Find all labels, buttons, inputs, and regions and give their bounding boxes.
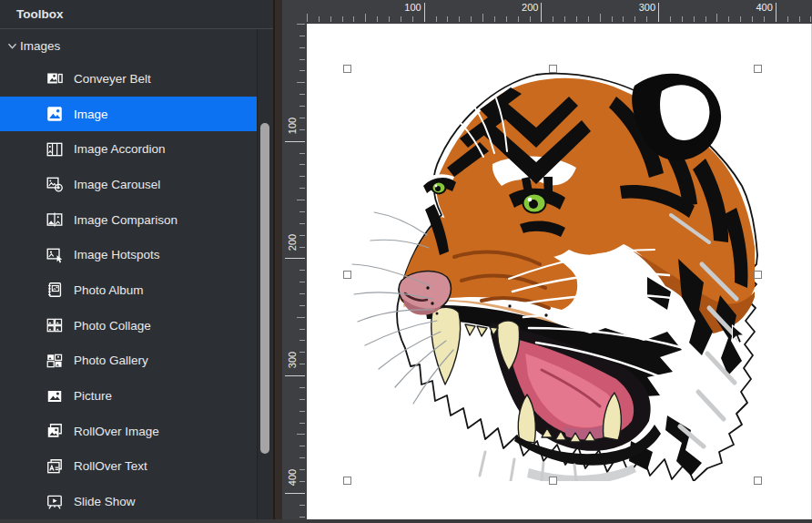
image-comparison-icon: [46, 210, 64, 229]
photo-collage-icon: [46, 316, 64, 334]
image-hotspots-icon: [46, 246, 64, 264]
toolbox-item[interactable]: Slide Show: [0, 484, 258, 519]
selection-handle-top-left[interactable]: [343, 65, 351, 73]
photo-album-icon: [46, 281, 64, 299]
toolbox-item[interactable]: Photo Gallery: [0, 344, 258, 379]
toolbox-item[interactable]: Image: [0, 97, 258, 132]
app-window: Toolbox Images Conveyer Belt Image Image…: [0, 0, 812, 523]
scrollbar-thumb[interactable]: [260, 123, 269, 454]
toolbox-item[interactable]: Image Comparison: [0, 202, 258, 238]
photo-gallery-icon: [46, 352, 64, 370]
image-icon: [46, 105, 64, 123]
picture-icon: [46, 387, 64, 405]
tiger-image[interactable]: [347, 69, 758, 481]
selection-handle-middle-left[interactable]: [343, 271, 351, 279]
ruler-horizontal: 100200300400: [282, 0, 812, 24]
toolbox-item[interactable]: Image Accordion: [0, 131, 258, 167]
conveyer-belt-icon: [46, 69, 64, 87]
ruler-vertical: 100200300400: [282, 24, 307, 523]
selection-handle-bottom-right[interactable]: [754, 477, 762, 485]
selection-handle-top-center[interactable]: [549, 65, 557, 73]
panel-divider[interactable]: [273, 0, 282, 523]
design-surface: 100200300400 100200300400: [282, 0, 812, 523]
selection-handle-bottom-center[interactable]: [549, 477, 557, 485]
toolbox-item[interactable]: Conveyer Belt: [0, 61, 258, 97]
toolbox-item[interactable]: Photo Collage: [0, 308, 258, 344]
rollover-image-icon: [46, 422, 64, 440]
scrollbar-track: [257, 29, 273, 519]
image-carousel-icon: [46, 175, 64, 193]
window-bottom-edge: [0, 519, 812, 523]
chevron-down-icon: [7, 41, 17, 51]
design-canvas[interactable]: [307, 24, 812, 523]
group-label: Images: [20, 39, 60, 53]
panel-title: Toolbox: [0, 0, 273, 29]
toolbox-panel: Toolbox Images Conveyer Belt Image Image…: [0, 0, 273, 523]
group-images[interactable]: Images: [0, 34, 258, 57]
toolbox-item[interactable]: Picture: [0, 378, 258, 414]
image-accordion-icon: [46, 140, 64, 159]
toolbox-item[interactable]: RollOver Text: [0, 449, 258, 485]
toolbox-item[interactable]: Image Carousel: [0, 167, 258, 202]
toolbox-items: Conveyer Belt Image Image Accordion Imag…: [0, 61, 273, 519]
selection-handle-bottom-left[interactable]: [343, 477, 351, 485]
toolbox-item[interactable]: Image Hotspots: [0, 237, 258, 272]
rollover-text-icon: [46, 457, 64, 476]
selection-handle-top-right[interactable]: [754, 65, 762, 73]
toolbox-item[interactable]: Photo Album: [0, 272, 258, 308]
slide-show-icon: [46, 493, 64, 511]
selection-handle-middle-right[interactable]: [754, 271, 762, 279]
toolbox-item[interactable]: RollOver Image: [0, 414, 258, 449]
